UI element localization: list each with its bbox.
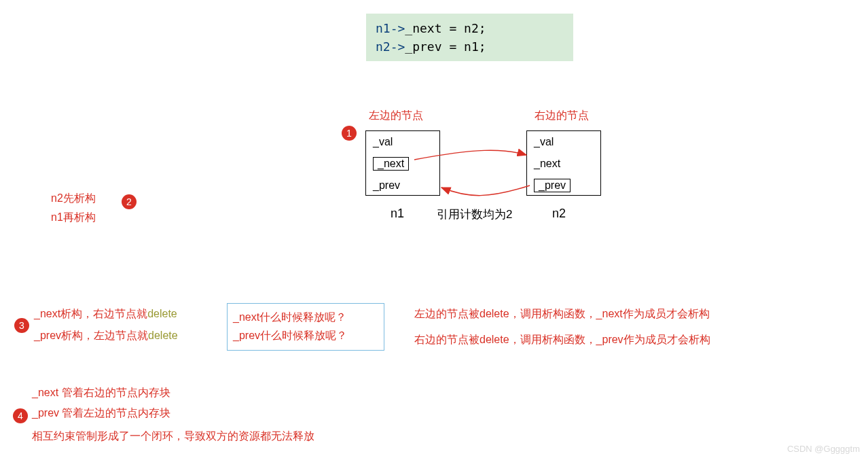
badge-1: 1 xyxy=(342,126,357,141)
watermark: CSDN @Gggggtm xyxy=(787,444,860,454)
n2-prev: _prev xyxy=(534,179,571,192)
n2-val: _val xyxy=(534,136,554,148)
row3-left-a: _next析构，右边节点就delete xyxy=(34,307,177,321)
badge-3: 3 xyxy=(14,318,29,333)
left-node-title: 左边的节点 xyxy=(369,109,423,123)
code-line1-b: _next = n2; xyxy=(405,21,486,35)
destruct-n2: n2先析构 xyxy=(51,192,96,206)
ref-count-label: 引用计数均为2 xyxy=(437,207,512,222)
code-line1-a: n1-> xyxy=(376,21,405,35)
question-box: _next什么时候释放呢？ _prev什么时候释放呢？ xyxy=(227,303,384,351)
code-line2-b: _prev = n1; xyxy=(405,39,486,54)
node-n1: _val _next _prev xyxy=(365,130,440,196)
n1-val: _val xyxy=(373,136,393,148)
badge-4: 4 xyxy=(13,408,28,423)
row3-left-b: _prev析构，左边节点就delete xyxy=(34,329,178,343)
row4-b: _prev 管着左边的节点内存块 xyxy=(32,406,170,421)
question-b: _prev什么时候释放呢？ xyxy=(233,326,378,345)
n1-next: _next xyxy=(373,157,409,171)
label-n2: n2 xyxy=(552,207,566,221)
label-n1: n1 xyxy=(391,207,404,221)
n2-next: _next xyxy=(534,158,560,170)
row3-right-b: 右边的节点被delete，调用析构函数，_prev作为成员才会析构 xyxy=(414,333,710,347)
code-snippet: n1->_next = n2; n2->_prev = n1; xyxy=(366,14,573,61)
code-line2-a: n2-> xyxy=(376,39,405,54)
n1-prev: _prev xyxy=(373,179,400,192)
node-n2: _val _next _prev xyxy=(526,130,601,196)
row3-right-a: 左边的节点被delete，调用析构函数，_next作为成员才会析构 xyxy=(414,307,710,321)
right-node-title: 右边的节点 xyxy=(535,109,589,123)
row4-a: _next 管着右边的节点内存块 xyxy=(32,386,170,400)
question-a: _next什么时候释放呢？ xyxy=(233,308,378,326)
badge-2: 2 xyxy=(122,194,137,209)
row4-c: 相互约束管制形成了一个闭环，导致双方的资源都无法释放 xyxy=(32,429,314,444)
destruct-n1: n1再析构 xyxy=(51,211,96,225)
